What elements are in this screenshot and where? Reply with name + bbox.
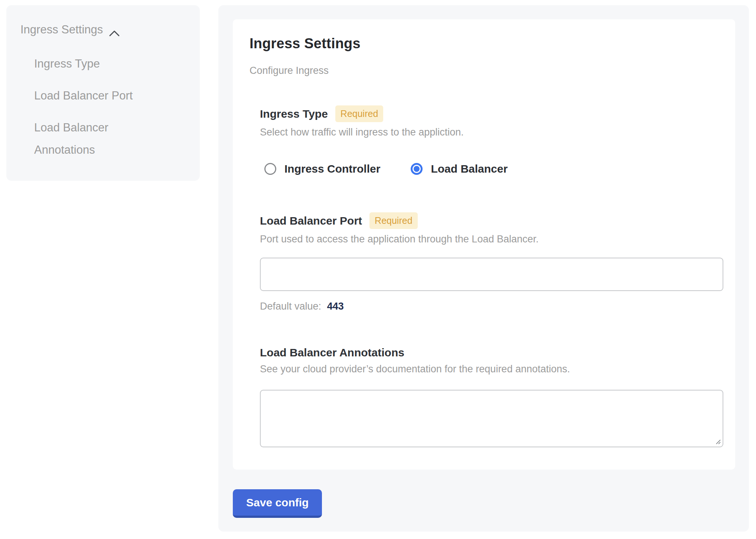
annotations-textarea-wrap: [260, 390, 723, 447]
sidebar-section-label: Ingress Settings: [20, 23, 103, 36]
sidebar-item-list: Ingress Type Load Balancer Port Load Bal…: [34, 53, 186, 161]
ingress-settings-card: Ingress Settings Configure Ingress Ingre…: [233, 19, 735, 470]
page-title: Ingress Settings: [250, 36, 718, 52]
save-config-button[interactable]: Save config: [233, 489, 322, 518]
chevron-up-icon: [109, 26, 120, 33]
section-ingress-type: Ingress Type Required Select how traffic…: [260, 105, 718, 175]
lb-annotations-label: Load Balancer Annotations: [260, 346, 404, 359]
sidebar-item-load-balancer-port[interactable]: Load Balancer Port: [34, 85, 160, 107]
radio-selected-icon: [411, 163, 423, 175]
lb-port-label: Load Balancer Port: [260, 215, 362, 227]
section-header: Ingress Type Required: [260, 105, 718, 122]
radio-label: Load Balancer: [431, 163, 508, 175]
required-badge: Required: [335, 105, 383, 122]
lb-annotations-description: See your cloud provider’s documentation …: [260, 363, 718, 375]
default-value-label: Default value:: [260, 301, 321, 312]
radio-label: Ingress Controller: [284, 163, 380, 175]
radio-option-load-balancer[interactable]: Load Balancer: [411, 163, 508, 175]
radio-option-ingress-controller[interactable]: Ingress Controller: [264, 163, 380, 175]
settings-sidebar: Ingress Settings Ingress Type Load Balan…: [6, 5, 200, 181]
ingress-type-label: Ingress Type: [260, 108, 328, 120]
required-badge: Required: [369, 212, 417, 229]
sidebar-section-ingress-settings[interactable]: Ingress Settings: [20, 23, 186, 36]
page-subtitle: Configure Ingress: [250, 65, 718, 76]
default-value: 443: [327, 301, 344, 312]
sidebar-item-ingress-type[interactable]: Ingress Type: [34, 53, 160, 75]
radio-unselected-icon: [264, 163, 276, 175]
ingress-type-description: Select how traffic will ingress to the a…: [260, 127, 718, 138]
load-balancer-port-input[interactable]: [260, 258, 723, 291]
section-header: Load Balancer Port Required: [260, 212, 718, 229]
section-load-balancer-port: Load Balancer Port Required Port used to…: [260, 212, 718, 312]
ingress-settings-screen: Ingress Settings Ingress Type Load Balan…: [0, 0, 756, 539]
main-panel: Ingress Settings Configure Ingress Ingre…: [218, 5, 749, 532]
sidebar-item-load-balancer-annotations[interactable]: Load Balancer Annotations: [34, 117, 160, 161]
load-balancer-annotations-textarea[interactable]: [260, 390, 723, 447]
ingress-type-radio-group: Ingress Controller Load Balancer: [260, 163, 718, 175]
section-header: Load Balancer Annotations: [260, 346, 718, 359]
section-load-balancer-annotations: Load Balancer Annotations See your cloud…: [260, 346, 718, 447]
default-value-row: Default value: 443: [260, 301, 718, 312]
resize-handle-icon[interactable]: [715, 438, 721, 445]
lb-port-description: Port used to access the application thro…: [260, 233, 718, 245]
